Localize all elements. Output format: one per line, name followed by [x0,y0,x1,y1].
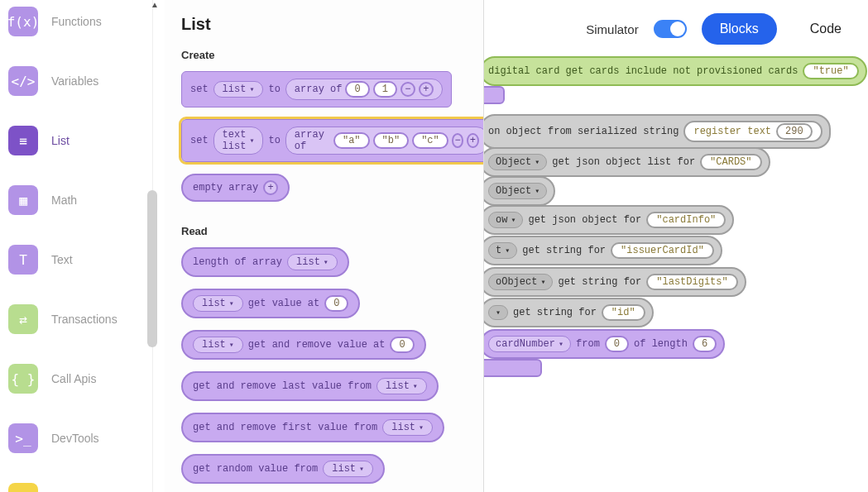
scroll-up-arrow[interactable]: ▲ [151,0,159,9]
list-flyout-panel: List Create set list to array of 0 1 − +… [165,0,484,492]
dropdown-object[interactable]: Object [488,183,547,199]
simulator-label: Simulator [586,22,638,36]
block-empty-array[interactable]: empty array + [181,174,290,202]
dropdown-object[interactable]: Object [488,154,547,170]
block-set-textlist-array-strings[interactable]: set text list to array of "a" "b" "c" − … [181,119,484,162]
block-get-json-list-cards[interactable]: Object get json object list for "CARDS" [484,147,770,177]
kw-removelast: get and remove last value from [193,380,372,392]
dropdown-cardnumber[interactable]: cardNumber [488,336,571,352]
dropdown-t[interactable]: t [488,242,517,259]
add-item-button[interactable]: + [263,180,278,195]
sidebar-item-next[interactable]: →Next [0,476,152,492]
dropdown-list[interactable]: list [323,461,373,477]
sidebar-item-variables[interactable]: </>Variables [0,60,152,103]
block-substring-cardnumber[interactable]: cardNumber from 0 of length 6 [484,329,725,359]
block-get-string-lastdigits[interactable]: oObject get string for "lastDigits" [484,267,746,297]
sidebar-item-label: Transactions [51,313,117,326]
sidebar-item-functions[interactable]: f(x)Functions [0,0,152,43]
block-remove-first-value[interactable]: get and remove first value from list [181,413,444,442]
section-create: Create [181,49,467,61]
dropdown-ow[interactable]: ow [488,212,523,228]
sidebar-item-list[interactable]: ≡List [0,119,152,162]
kw-random: get random value from [193,463,318,475]
label: register text [693,126,771,137]
label: get string for [558,276,641,288]
variables-icon: </> [8,66,38,96]
dropdown-list[interactable]: list [193,295,243,312]
kw-getvalueat: get value at [248,298,319,309]
block-digital-card-get-cards[interactable]: digital card get cards include not provi… [484,56,867,86]
sidebar-item-transactions[interactable]: ⇄Transactions [0,298,152,341]
list-icon: ≡ [8,126,38,155]
sidebar-item-label: Call Apis [51,372,96,385]
dropdown-list[interactable]: list [382,419,433,436]
dropdown-textlist[interactable]: text list [213,127,264,155]
label: digital card get cards include not provi… [488,65,798,77]
block-object-row[interactable]: Object [484,176,555,206]
num-290[interactable]: 290 [776,123,813,140]
num-input-1[interactable]: 1 [373,81,397,98]
code-button[interactable]: Code [792,13,860,45]
str-input-b[interactable]: "b" [373,132,410,149]
dropdown-list[interactable]: list [287,254,338,270]
arg-from-0[interactable]: 0 [605,336,629,352]
arg-register-text: register text 290 [683,121,822,142]
index-input[interactable]: 0 [324,295,348,312]
arg-cardinfo[interactable]: "cardInfo" [646,212,726,228]
dropdown-blank[interactable] [488,305,508,320]
str-input-c[interactable]: "c" [412,132,448,149]
sidebar-item-label: Math [51,193,77,207]
category-sidebar: ▲ f(x)Functions</>Variables≡List▦MathTTe… [0,0,153,492]
index-input[interactable]: 0 [390,337,414,353]
block-get-value-at[interactable]: list get value at 0 [181,289,360,318]
kw-set: set [190,84,209,95]
label: get json object for [528,214,641,226]
arg-cards[interactable]: "CARDS" [700,154,761,170]
workspace-canvas[interactable]: digital card get cards include not provi… [484,50,868,492]
block-json-from-serialized[interactable]: on object from serialized string registe… [484,114,831,149]
arg-issuercardid[interactable]: "issuerCardId" [611,242,714,259]
block-stub-purple[interactable] [484,86,505,104]
arg-length-6[interactable]: 6 [693,336,717,352]
sidebar-item-text[interactable]: TText [0,238,152,281]
sidebar-item-devtools[interactable]: >_DevTools [0,417,152,460]
sidebar-scrollbar[interactable] [147,190,157,347]
block-remove-last-value[interactable]: get and remove last value from list [181,371,439,401]
arg-true[interactable]: "true" [803,63,858,79]
remove-item-button[interactable]: − [400,82,415,97]
block-get-string-issuercardid[interactable]: t get string for "issuerCardId" [484,236,722,265]
dropdown-oobject[interactable]: oObject [488,274,553,290]
remove-item-button[interactable]: − [452,133,463,148]
blocks-button[interactable]: Blocks [702,13,777,45]
sidebar-item-call-apis[interactable]: { }Call Apis [0,357,152,400]
num-input-0[interactable]: 0 [345,81,369,98]
sidebar-item-math[interactable]: ▦Math [0,179,152,222]
block-stub-purple-2[interactable] [484,359,542,377]
call-apis-icon: { } [8,364,38,394]
add-item-button[interactable]: + [419,82,434,97]
block-length-of-array[interactable]: length of array list [181,247,349,277]
add-item-button[interactable]: + [467,133,478,148]
dropdown-list[interactable]: list [213,81,264,98]
text-icon: T [8,245,38,275]
arg-lastdigits[interactable]: "lastDigits" [646,274,737,290]
block-get-string-id[interactable]: get string for "id" [484,298,654,327]
block-set-list-array-numbers[interactable]: set list to array of 0 1 − + [181,71,452,107]
str-input-a[interactable]: "a" [333,132,370,149]
simulator-toggle[interactable] [654,20,687,38]
kw-emptyarray: empty array [193,182,258,193]
sidebar-item-label: Text [51,253,73,266]
section-read: Read [181,225,467,237]
arg-id[interactable]: "id" [602,304,645,321]
block-random-value[interactable]: get random value from list [181,454,385,484]
dropdown-list[interactable]: list [193,337,243,353]
math-icon: ▦ [8,185,38,215]
dropdown-list[interactable]: list [376,378,427,394]
block-get-json-cardinfo[interactable]: ow get json object for "cardInfo" [484,205,734,235]
top-toolbar: Simulator Blocks Code [484,8,860,50]
label: get string for [522,245,606,256]
inner-array-of: array of 0 1 − + [285,79,443,100]
kw-getremoveat: get and remove value at [248,339,386,351]
block-get-remove-value-at[interactable]: list get and remove value at 0 [181,330,426,360]
sidebar-item-label: DevTools [51,432,99,445]
